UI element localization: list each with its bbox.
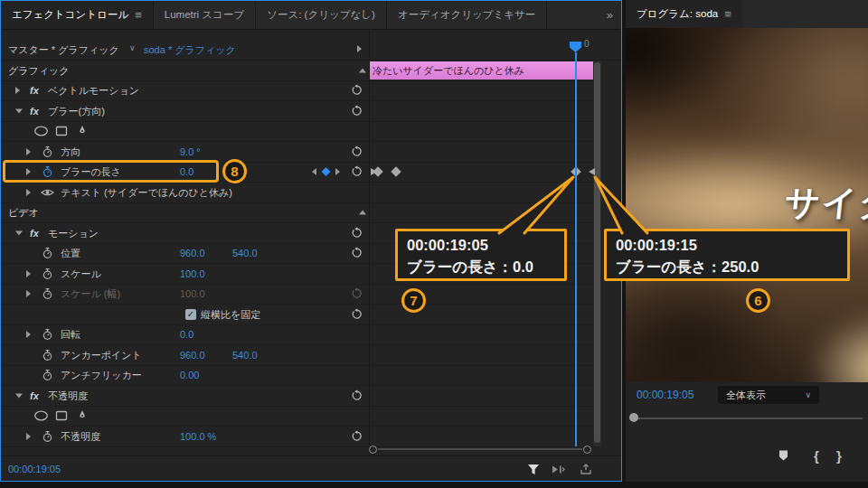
param-value[interactable]: 100.0 %: [180, 431, 216, 442]
current-timecode[interactable]: 00:00:19:05: [8, 464, 61, 474]
row-blur-masks[interactable]: [1, 122, 593, 143]
tab-lumetri-scopes[interactable]: Lumetri スコープ: [154, 1, 256, 29]
reset-icon[interactable]: [351, 85, 363, 97]
timeline-clip[interactable]: 冷たいサイダーでほんのひと休み: [370, 61, 593, 80]
prev-keyframe-button[interactable]: [312, 168, 316, 175]
play-audio-video-icon[interactable]: [551, 464, 567, 475]
zoom-level-dropdown[interactable]: 全体表示 ∨: [718, 386, 819, 404]
row-rotation[interactable]: 回転0.0: [1, 325, 593, 346]
stopwatch-icon[interactable]: [42, 267, 53, 279]
export-icon[interactable]: [580, 464, 592, 475]
row-motion[interactable]: fxモーション: [1, 223, 593, 244]
tab-audio-clip-mixer[interactable]: オーディオクリップミキサー: [387, 1, 547, 29]
param-value[interactable]: 0.00: [180, 370, 199, 380]
tab-effect-controls[interactable]: エフェクトコントロール ≡: [1, 1, 154, 29]
row-scale[interactable]: スケール100.0: [1, 264, 593, 285]
param-value[interactable]: 960.0: [180, 248, 205, 258]
timeline-vertical-scrollbar[interactable]: [593, 61, 601, 446]
panel-menu-icon[interactable]: ≡: [724, 7, 731, 21]
row-text-layer[interactable]: テキスト (サイダーでほんのひと休み): [1, 183, 593, 203]
param-value2[interactable]: 540.0: [232, 248, 258, 258]
row-direction[interactable]: 方向9.0 °: [1, 142, 593, 163]
timeline-view-toggle-icon[interactable]: [357, 45, 362, 52]
row-anchor-point[interactable]: アンカーポイント960.0540.0: [1, 345, 593, 366]
param-value[interactable]: 100.0: [180, 268, 205, 279]
program-scrollbar[interactable]: [631, 418, 863, 419]
row-blur-direction[interactable]: fxブラー(方向): [1, 101, 593, 122]
param-value[interactable]: 9.0 °: [180, 146, 201, 157]
twirl-icon[interactable]: [15, 393, 23, 398]
stopwatch-icon[interactable]: [42, 370, 53, 381]
reset-icon[interactable]: [351, 248, 363, 259]
visibility-eye-icon[interactable]: [41, 188, 54, 197]
collapse-up-icon[interactable]: [359, 211, 366, 215]
video-preview[interactable]: サイダーでほんのひと休み: [626, 28, 868, 382]
stopwatch-icon[interactable]: [42, 349, 53, 361]
param-value[interactable]: 100.0: [180, 288, 205, 299]
reset-icon[interactable]: [351, 105, 363, 117]
mask-ellipse-icon[interactable]: [33, 126, 49, 137]
checkbox[interactable]: ✓: [185, 309, 196, 320]
reset-icon[interactable]: [351, 288, 363, 300]
row-vector-motion[interactable]: fxベクトルモーション: [1, 81, 593, 102]
row-opacity-effect[interactable]: fx不透明度: [1, 386, 593, 407]
twirl-icon[interactable]: [26, 148, 31, 155]
row-scale-width[interactable]: スケール (幅)100.0: [1, 285, 593, 305]
twirl-icon[interactable]: [26, 290, 31, 297]
reset-icon[interactable]: [351, 166, 363, 178]
twirl-icon[interactable]: [26, 189, 31, 196]
twirl-icon[interactable]: [26, 331, 31, 338]
mask-rect-icon[interactable]: [55, 126, 68, 137]
twirl-icon[interactable]: [15, 230, 23, 235]
panel-menu-icon[interactable]: ≡: [135, 8, 142, 22]
param-value[interactable]: 0.0: [180, 329, 193, 340]
mask-pen-icon[interactable]: [77, 126, 88, 137]
clip-name-label[interactable]: soda * グラフィック: [144, 43, 236, 57]
zoom-scrollbar[interactable]: [378, 448, 582, 450]
param-value2[interactable]: 540.0: [232, 350, 258, 361]
add-keyframe-button[interactable]: [323, 169, 329, 175]
stopwatch-icon[interactable]: [42, 288, 53, 300]
tab-source-monitor[interactable]: ソース: (クリップなし): [256, 1, 387, 29]
master-clip-label[interactable]: マスター * グラフィック: [8, 43, 119, 57]
row-video-section[interactable]: ビデオ: [1, 203, 593, 224]
reset-icon[interactable]: [351, 145, 363, 157]
zoom-handle-left[interactable]: [369, 446, 377, 454]
reset-icon[interactable]: [351, 430, 363, 442]
row-anti-flicker[interactable]: アンチフリッカー0.00: [1, 366, 593, 387]
mask-rect-icon[interactable]: [55, 410, 68, 422]
program-scrollbar-handle[interactable]: [629, 413, 638, 422]
reset-icon[interactable]: [351, 389, 363, 401]
mark-in-brace-icon[interactable]: {: [814, 448, 819, 464]
row-opacity-masks[interactable]: [1, 407, 593, 427]
param-value[interactable]: 0.0: [180, 166, 193, 177]
row-opacity[interactable]: 不透明度100.0 %: [1, 427, 593, 447]
keyframe-edge-icon[interactable]: [589, 168, 595, 175]
row-position[interactable]: 位置960.0540.0: [1, 244, 593, 265]
stopwatch-icon[interactable]: [42, 166, 53, 178]
scrollbar-thumb[interactable]: [594, 62, 600, 443]
program-timecode[interactable]: 00:00:19:05: [637, 389, 693, 401]
stopwatch-icon[interactable]: [42, 248, 53, 259]
tab-overflow-chevron-icon[interactable]: »: [607, 8, 621, 22]
twirl-icon[interactable]: [26, 433, 31, 440]
reset-icon[interactable]: [351, 227, 363, 239]
row-blur-length[interactable]: ブラーの長さ0.0: [1, 163, 593, 183]
twirl-icon[interactable]: [26, 270, 31, 277]
zoom-handle-right[interactable]: [583, 446, 591, 454]
tab-program-monitor[interactable]: プログラム: soda ≡: [626, 0, 742, 28]
collapse-up-icon[interactable]: [359, 68, 366, 72]
reset-icon[interactable]: [351, 308, 363, 320]
twirl-icon[interactable]: [15, 108, 23, 113]
stopwatch-icon[interactable]: [42, 329, 53, 341]
twirl-icon[interactable]: [26, 168, 31, 175]
param-value[interactable]: 960.0: [180, 350, 205, 361]
mask-pen-icon[interactable]: [77, 410, 88, 422]
filter-icon[interactable]: [527, 464, 540, 475]
next-keyframe-button[interactable]: [335, 168, 340, 175]
stopwatch-icon[interactable]: [42, 430, 53, 442]
row-uniform-scale[interactable]: ✓縦横比を固定: [1, 305, 593, 325]
mark-out-brace-icon[interactable]: }: [836, 448, 842, 464]
stopwatch-icon[interactable]: [42, 145, 53, 157]
mask-ellipse-icon[interactable]: [33, 410, 49, 422]
